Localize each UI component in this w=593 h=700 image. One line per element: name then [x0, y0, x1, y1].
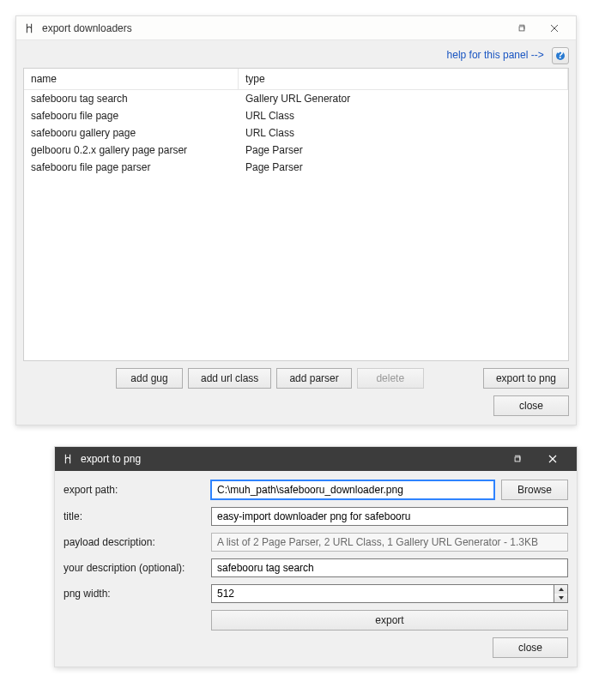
- table-header: name type: [24, 68, 568, 90]
- label-export-path: export path:: [64, 484, 204, 496]
- table-row[interactable]: safebooru tag searchGallery URL Generato…: [24, 90, 568, 107]
- delete-button: delete: [357, 368, 424, 389]
- app-icon: [60, 451, 76, 467]
- help-icon[interactable]: ?: [552, 47, 569, 64]
- add-parser-button[interactable]: add parser: [276, 368, 351, 389]
- export-to-png-button[interactable]: export to png: [483, 368, 569, 389]
- export-button[interactable]: export: [211, 610, 568, 631]
- table-row[interactable]: gelbooru 0.2.x gallery page parserPage P…: [24, 142, 568, 159]
- spinner-down-button[interactable]: [554, 594, 567, 602]
- spinner-up-button[interactable]: [554, 585, 567, 594]
- window-title: export downloaders: [42, 22, 132, 34]
- add-gug-button[interactable]: add gug: [116, 368, 183, 389]
- titlebar[interactable]: export downloaders: [16, 16, 576, 40]
- your-desc-input[interactable]: [211, 558, 568, 577]
- export-form: export path: Browse title: payload descr…: [55, 471, 577, 637]
- col-header-name[interactable]: name: [24, 69, 239, 89]
- table-row[interactable]: safebooru gallery pageURL Class: [24, 124, 568, 142]
- label-png-width: png width:: [64, 588, 204, 600]
- close-button[interactable]: close: [493, 395, 569, 416]
- close-icon[interactable]: [538, 16, 571, 40]
- payload-desc-field: [211, 533, 568, 552]
- maximize-button[interactable]: [505, 16, 538, 40]
- client-area: help for this panel --> ? name type safe…: [16, 40, 576, 425]
- label-payload-desc: payload description:: [64, 536, 204, 548]
- title-input[interactable]: [211, 507, 568, 526]
- close-icon[interactable]: [534, 447, 572, 471]
- downloaders-table[interactable]: name type safebooru tag searchGallery UR…: [23, 68, 569, 361]
- browse-button[interactable]: Browse: [501, 480, 568, 500]
- export-to-png-window: export to png export path: Browse title:…: [54, 446, 578, 667]
- export-path-input[interactable]: [211, 480, 494, 499]
- png-width-input[interactable]: [211, 584, 554, 603]
- svg-text:?: ?: [557, 51, 563, 61]
- col-header-type[interactable]: type: [239, 69, 568, 89]
- label-your-desc: your description (optional):: [64, 562, 204, 574]
- table-row[interactable]: safebooru file pageURL Class: [24, 107, 568, 124]
- label-title: title:: [64, 510, 204, 522]
- close-button[interactable]: close: [493, 637, 568, 658]
- window-title: export to png: [81, 453, 141, 465]
- maximize-button[interactable]: [501, 447, 534, 471]
- table-row[interactable]: safebooru file page parserPage Parser: [24, 159, 568, 176]
- titlebar[interactable]: export to png: [55, 447, 577, 471]
- svg-rect-0: [519, 26, 524, 30]
- svg-rect-3: [515, 457, 520, 462]
- add-url-class-button[interactable]: add url class: [188, 368, 271, 389]
- app-icon: [21, 21, 37, 36]
- export-downloaders-window: export downloaders help for this panel -…: [15, 15, 577, 425]
- help-link[interactable]: help for this panel -->: [447, 49, 544, 61]
